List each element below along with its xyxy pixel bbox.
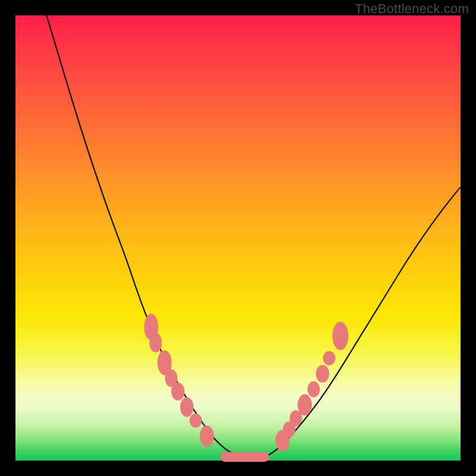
watermark-text: TheBottleneck.com xyxy=(355,1,469,17)
curve-marker xyxy=(316,365,329,383)
curve-marker xyxy=(171,383,184,400)
curve-markers xyxy=(144,314,348,451)
curve-marker xyxy=(149,333,162,352)
curve-marker xyxy=(298,394,312,416)
bottleneck-curve xyxy=(46,15,461,459)
chart-stage: TheBottleneck.com xyxy=(0,0,476,476)
curve-marker xyxy=(308,381,320,397)
trough-bar xyxy=(220,452,269,462)
curve-marker xyxy=(180,397,193,417)
curve-marker xyxy=(323,351,336,365)
plot-area xyxy=(15,15,461,461)
curve-marker xyxy=(189,414,202,428)
curve-marker xyxy=(200,425,214,447)
chart-overlay xyxy=(15,15,461,461)
curve-marker xyxy=(333,322,349,350)
